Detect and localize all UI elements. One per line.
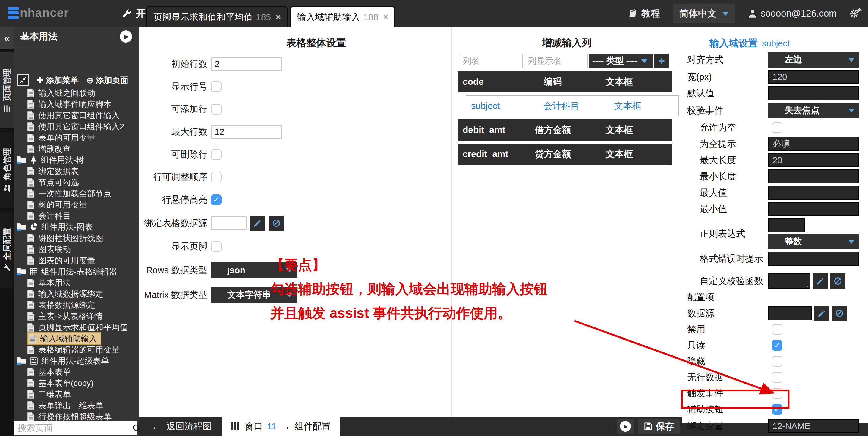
add-menu-button[interactable]: ✚添加菜单 — [36, 75, 79, 86]
width-input[interactable] — [768, 70, 859, 84]
tree-item[interactable]: 树的可用变量 — [13, 199, 138, 210]
tree-item[interactable]: 图表的可用变量 — [13, 255, 138, 266]
breadcrumb-config-label[interactable]: 组件配置 — [294, 420, 331, 433]
save-button[interactable]: 保存 — [638, 418, 680, 434]
user-account[interactable]: soooon@126.com — [748, 8, 837, 19]
tree-item[interactable]: 会计科目 — [13, 210, 138, 221]
clear-datasource-button[interactable] — [269, 215, 284, 231]
can-delete-row-checkbox[interactable] — [211, 149, 221, 160]
tree-item[interactable]: 使用其它窗口组件输入2 — [13, 121, 138, 132]
tab-assist-input[interactable]: 输入域辅助输入 188 × — [290, 6, 395, 27]
no-row-data-checkbox[interactable] — [772, 372, 782, 383]
tree-item[interactable]: 图表联动 — [13, 244, 138, 255]
tree-item[interactable]: 基本表单 — [13, 366, 138, 378]
tree-item[interactable]: 表格数据源绑定 — [13, 299, 138, 311]
align-select[interactable]: 左边 — [768, 52, 859, 67]
tree-item[interactable]: 表格编辑器的可用变量 — [13, 344, 138, 355]
breadcrumb-window-label[interactable]: 窗口 — [245, 420, 263, 433]
column-name-input[interactable] — [459, 54, 523, 68]
disabled-checkbox[interactable] — [772, 324, 782, 335]
bind-variable-input[interactable] — [768, 419, 859, 433]
tree-item[interactable]: 输入域数据源绑定 — [13, 288, 138, 299]
clear-validator-button[interactable] — [830, 273, 845, 289]
tree-item[interactable]: 一次性加载全部节点 — [13, 188, 138, 199]
column-row[interactable]: credit_amt 贷方金额 文本框 — [458, 144, 672, 165]
tree-item[interactable]: 主表->从表格详情 — [13, 311, 138, 322]
tree-item[interactable]: 基本表单(copy) — [13, 378, 138, 389]
tree-item[interactable]: 饼图柱状图折线图 — [13, 232, 138, 244]
tree-item[interactable]: 表单的可用变量 — [13, 132, 138, 143]
column-display-input[interactable] — [524, 54, 588, 68]
show-rownum-checkbox[interactable] — [211, 81, 221, 92]
tree-item[interactable]: 输入域事件响应脚本 — [13, 98, 138, 110]
tree-folder[interactable]: 组件用法-超级表单 — [13, 355, 138, 366]
preview-button[interactable]: ▶ — [617, 418, 634, 434]
format-error-input[interactable] — [768, 252, 859, 266]
add-column-button[interactable]: + — [654, 54, 670, 68]
tree-item[interactable]: 行操作按钮超级表单 — [13, 411, 138, 421]
tree-item[interactable]: 输入域之间联动 — [13, 87, 138, 98]
add-page-button[interactable]: ⊕添加页面 — [86, 75, 128, 86]
tree-item-selected[interactable]: 输入域辅助输入 — [13, 333, 138, 344]
rail-tab-global-config[interactable]: 全局配置 — [0, 212, 13, 288]
column-type-select[interactable]: ---- 类型 ---- — [589, 54, 653, 68]
row-reorder-checkbox[interactable] — [211, 172, 221, 182]
field-datasource-input[interactable] — [768, 306, 812, 320]
clear-field-datasource-button[interactable] — [832, 306, 847, 321]
app-logo[interactable]: nhancer — [8, 6, 69, 20]
edit-validator-button[interactable] — [813, 273, 828, 289]
edit-field-datasource-button[interactable] — [814, 306, 830, 321]
empty-hint-input[interactable] — [768, 137, 859, 151]
column-row[interactable]: debit_amt 借方金额 文本框 — [458, 119, 672, 141]
search-input[interactable] — [17, 423, 132, 433]
tree-item[interactable]: 增删改查 — [13, 143, 138, 154]
tree-item[interactable]: 绑定数据表 — [13, 166, 138, 177]
rail-tab-pages[interactable]: 页面管理 — [0, 53, 13, 128]
back-to-flowchart-button[interactable]: ← 返回流程图 — [151, 420, 212, 433]
row-min-value: 最小值 — [682, 202, 868, 216]
max-value-input[interactable] — [768, 186, 859, 200]
min-value-input[interactable] — [768, 202, 859, 216]
initial-rows-input[interactable] — [211, 57, 282, 71]
tree-item[interactable]: 基本用法 — [13, 277, 138, 288]
tree-item[interactable]: 页脚显示求和值和平均值 — [13, 322, 138, 333]
pencil-icon — [818, 309, 826, 318]
language-selector[interactable]: 简体中文 — [673, 4, 735, 23]
validate-event-select[interactable]: 失去焦点 — [768, 103, 859, 118]
tree-folder[interactable]: 组件用法-图表 — [13, 221, 138, 232]
max-length-input[interactable] — [768, 153, 859, 167]
max-rows-input[interactable] — [211, 125, 282, 139]
tab-close-icon[interactable]: × — [276, 12, 281, 22]
tree-folder[interactable]: 组件用法-表格编辑器 — [13, 266, 138, 277]
collapse-sidebar-button[interactable]: « — [0, 27, 13, 49]
run-page-button[interactable]: ▶ — [120, 30, 132, 42]
search-icon[interactable] — [132, 424, 141, 433]
hidden-checkbox[interactable] — [772, 356, 782, 367]
regex-input[interactable] — [768, 218, 805, 232]
column-row-selected[interactable]: subject 会计科目 文本框 — [466, 95, 679, 116]
tutorial-link[interactable]: 教程 — [629, 7, 660, 20]
collapse-tree-button[interactable] — [17, 75, 29, 86]
tree-item[interactable]: 表单弹出二维表单 — [13, 400, 138, 411]
default-value-input[interactable] — [768, 86, 859, 100]
custom-validator-textarea[interactable] — [768, 273, 810, 289]
tree-item[interactable]: 节点可勾选 — [13, 177, 138, 188]
readonly-checkbox[interactable] — [772, 340, 782, 351]
regex-preset-select[interactable]: 整数 — [768, 234, 859, 249]
grid-datasource-input[interactable] — [211, 216, 247, 230]
breadcrumb-window-number[interactable]: 11 — [267, 421, 276, 432]
can-add-row-checkbox[interactable] — [211, 104, 221, 115]
tree-item[interactable]: 二维表单 — [13, 389, 138, 400]
column-row[interactable]: code 编码 文本框 — [458, 71, 672, 92]
tree-folder[interactable]: 组件用法-树 — [13, 154, 138, 166]
hover-highlight-checkbox[interactable] — [211, 195, 221, 205]
edit-datasource-button[interactable] — [250, 215, 265, 231]
min-length-input[interactable] — [768, 170, 859, 183]
settings-gears-icon[interactable] — [849, 7, 862, 20]
rail-tab-roles[interactable]: 角色管理 — [0, 132, 13, 208]
allow-empty-checkbox[interactable] — [772, 122, 782, 133]
tab-footer-sum[interactable]: 页脚显示求和值和平均值 185 × — [147, 6, 287, 27]
tree-item[interactable]: 使用其它窗口组件输入 — [13, 110, 138, 121]
tab-close-icon[interactable]: × — [383, 12, 388, 22]
show-footer-checkbox[interactable] — [211, 241, 221, 252]
